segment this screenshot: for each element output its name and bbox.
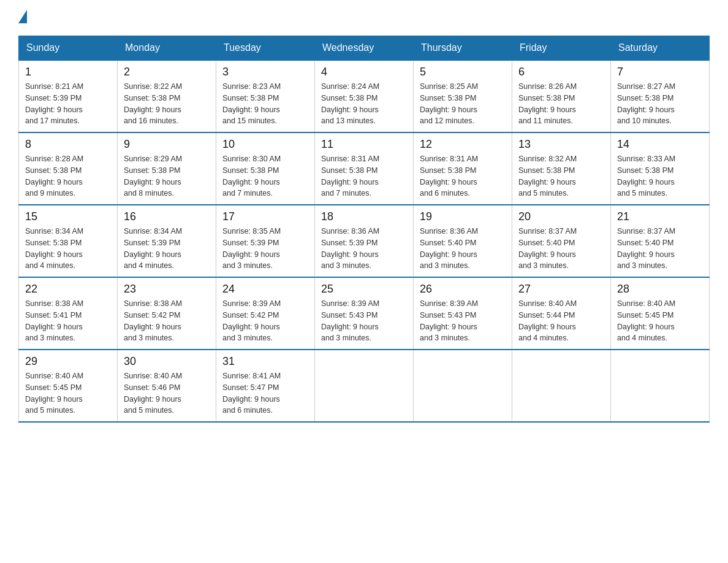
day-info: Sunrise: 8:40 AMSunset: 5:44 PMDaylight:… xyxy=(518,298,604,344)
day-number: 17 xyxy=(222,210,308,223)
weekday-header-saturday: Saturday xyxy=(611,36,710,61)
day-info: Sunrise: 8:35 AMSunset: 5:39 PMDaylight:… xyxy=(222,226,308,272)
day-info: Sunrise: 8:31 AMSunset: 5:38 PMDaylight:… xyxy=(420,153,506,199)
calendar-cell: 7 Sunrise: 8:27 AMSunset: 5:38 PMDayligh… xyxy=(611,60,710,132)
calendar-cell: 22 Sunrise: 8:38 AMSunset: 5:41 PMDaylig… xyxy=(19,277,118,350)
calendar-cell: 25 Sunrise: 8:39 AMSunset: 5:43 PMDaylig… xyxy=(315,277,414,350)
day-info: Sunrise: 8:27 AMSunset: 5:38 PMDaylight:… xyxy=(617,81,703,127)
day-info: Sunrise: 8:39 AMSunset: 5:42 PMDaylight:… xyxy=(222,298,308,344)
day-info: Sunrise: 8:41 AMSunset: 5:47 PMDaylight:… xyxy=(222,370,308,416)
calendar-cell: 1 Sunrise: 8:21 AMSunset: 5:39 PMDayligh… xyxy=(19,60,118,132)
day-info: Sunrise: 8:40 AMSunset: 5:45 PMDaylight:… xyxy=(25,370,111,416)
day-info: Sunrise: 8:40 AMSunset: 5:45 PMDaylight:… xyxy=(617,298,703,344)
calendar-cell: 10 Sunrise: 8:30 AMSunset: 5:38 PMDaylig… xyxy=(216,132,315,205)
weekday-header-friday: Friday xyxy=(512,36,611,61)
calendar-cell xyxy=(414,350,512,422)
calendar-cell: 13 Sunrise: 8:32 AMSunset: 5:38 PMDaylig… xyxy=(512,132,611,205)
calendar-cell: 21 Sunrise: 8:37 AMSunset: 5:40 PMDaylig… xyxy=(611,205,710,277)
calendar-cell: 19 Sunrise: 8:36 AMSunset: 5:40 PMDaylig… xyxy=(414,205,512,277)
day-number: 24 xyxy=(222,283,308,296)
weekday-header-thursday: Thursday xyxy=(414,36,512,61)
calendar-cell: 14 Sunrise: 8:33 AMSunset: 5:38 PMDaylig… xyxy=(611,132,710,205)
calendar-cell: 3 Sunrise: 8:23 AMSunset: 5:38 PMDayligh… xyxy=(216,60,315,132)
calendar-cell: 12 Sunrise: 8:31 AMSunset: 5:38 PMDaylig… xyxy=(414,132,512,205)
day-info: Sunrise: 8:39 AMSunset: 5:43 PMDaylight:… xyxy=(420,298,506,344)
weekday-header-monday: Monday xyxy=(118,36,216,61)
day-info: Sunrise: 8:28 AMSunset: 5:38 PMDaylight:… xyxy=(25,153,111,199)
calendar-cell: 15 Sunrise: 8:34 AMSunset: 5:38 PMDaylig… xyxy=(19,205,118,277)
calendar-cell: 20 Sunrise: 8:37 AMSunset: 5:40 PMDaylig… xyxy=(512,205,611,277)
day-info: Sunrise: 8:22 AMSunset: 5:38 PMDaylight:… xyxy=(124,81,210,127)
calendar-cell: 26 Sunrise: 8:39 AMSunset: 5:43 PMDaylig… xyxy=(414,277,512,350)
day-info: Sunrise: 8:24 AMSunset: 5:38 PMDaylight:… xyxy=(321,81,407,127)
day-number: 27 xyxy=(518,283,604,296)
day-info: Sunrise: 8:36 AMSunset: 5:39 PMDaylight:… xyxy=(321,226,407,272)
calendar-cell: 30 Sunrise: 8:40 AMSunset: 5:46 PMDaylig… xyxy=(118,350,216,422)
day-number: 30 xyxy=(124,355,210,368)
day-info: Sunrise: 8:32 AMSunset: 5:38 PMDaylight:… xyxy=(518,153,604,199)
calendar-cell: 6 Sunrise: 8:26 AMSunset: 5:38 PMDayligh… xyxy=(512,60,611,132)
day-info: Sunrise: 8:36 AMSunset: 5:40 PMDaylight:… xyxy=(420,226,506,272)
day-info: Sunrise: 8:29 AMSunset: 5:38 PMDaylight:… xyxy=(124,153,210,199)
day-info: Sunrise: 8:39 AMSunset: 5:43 PMDaylight:… xyxy=(321,298,407,344)
calendar-week-row: 1 Sunrise: 8:21 AMSunset: 5:39 PMDayligh… xyxy=(19,60,710,132)
day-number: 6 xyxy=(518,66,604,79)
calendar-cell: 17 Sunrise: 8:35 AMSunset: 5:39 PMDaylig… xyxy=(216,205,315,277)
day-number: 21 xyxy=(617,210,703,223)
day-number: 8 xyxy=(25,138,111,151)
day-info: Sunrise: 8:26 AMSunset: 5:38 PMDaylight:… xyxy=(518,81,604,127)
day-number: 25 xyxy=(321,283,407,296)
day-number: 18 xyxy=(321,210,407,223)
weekday-header-sunday: Sunday xyxy=(19,36,118,61)
calendar-cell: 18 Sunrise: 8:36 AMSunset: 5:39 PMDaylig… xyxy=(315,205,414,277)
calendar-cell: 24 Sunrise: 8:39 AMSunset: 5:42 PMDaylig… xyxy=(216,277,315,350)
logo-triangle-icon xyxy=(18,10,27,23)
calendar-cell: 28 Sunrise: 8:40 AMSunset: 5:45 PMDaylig… xyxy=(611,277,710,350)
calendar-cell: 4 Sunrise: 8:24 AMSunset: 5:38 PMDayligh… xyxy=(315,60,414,132)
day-number: 15 xyxy=(25,210,111,223)
day-number: 19 xyxy=(420,210,506,223)
day-info: Sunrise: 8:38 AMSunset: 5:41 PMDaylight:… xyxy=(25,298,111,344)
calendar-cell: 8 Sunrise: 8:28 AMSunset: 5:38 PMDayligh… xyxy=(19,132,118,205)
logo xyxy=(18,12,28,23)
day-info: Sunrise: 8:34 AMSunset: 5:39 PMDaylight:… xyxy=(124,226,210,272)
calendar-cell: 27 Sunrise: 8:40 AMSunset: 5:44 PMDaylig… xyxy=(512,277,611,350)
day-number: 10 xyxy=(222,138,308,151)
day-number: 1 xyxy=(25,66,111,79)
calendar-cell xyxy=(512,350,611,422)
calendar-cell: 2 Sunrise: 8:22 AMSunset: 5:38 PMDayligh… xyxy=(118,60,216,132)
day-number: 26 xyxy=(420,283,506,296)
weekday-header-wednesday: Wednesday xyxy=(315,36,414,61)
day-number: 22 xyxy=(25,283,111,296)
day-number: 9 xyxy=(124,138,210,151)
calendar-cell: 23 Sunrise: 8:38 AMSunset: 5:42 PMDaylig… xyxy=(118,277,216,350)
day-info: Sunrise: 8:21 AMSunset: 5:39 PMDaylight:… xyxy=(25,81,111,127)
calendar-cell xyxy=(315,350,414,422)
day-info: Sunrise: 8:30 AMSunset: 5:38 PMDaylight:… xyxy=(222,153,308,199)
day-info: Sunrise: 8:40 AMSunset: 5:46 PMDaylight:… xyxy=(124,370,210,416)
day-number: 28 xyxy=(617,283,703,296)
day-info: Sunrise: 8:37 AMSunset: 5:40 PMDaylight:… xyxy=(518,226,604,272)
calendar-cell xyxy=(611,350,710,422)
calendar-cell: 16 Sunrise: 8:34 AMSunset: 5:39 PMDaylig… xyxy=(118,205,216,277)
day-info: Sunrise: 8:25 AMSunset: 5:38 PMDaylight:… xyxy=(420,81,506,127)
calendar-cell: 11 Sunrise: 8:31 AMSunset: 5:38 PMDaylig… xyxy=(315,132,414,205)
calendar-cell: 29 Sunrise: 8:40 AMSunset: 5:45 PMDaylig… xyxy=(19,350,118,422)
day-number: 5 xyxy=(420,66,506,79)
day-number: 7 xyxy=(617,66,703,79)
day-number: 23 xyxy=(124,283,210,296)
calendar-week-row: 29 Sunrise: 8:40 AMSunset: 5:45 PMDaylig… xyxy=(19,350,710,422)
page-header xyxy=(18,12,710,23)
calendar-table: SundayMondayTuesdayWednesdayThursdayFrid… xyxy=(18,36,710,423)
day-number: 11 xyxy=(321,138,407,151)
day-number: 20 xyxy=(518,210,604,223)
weekday-header-row: SundayMondayTuesdayWednesdayThursdayFrid… xyxy=(19,36,710,61)
calendar-cell: 5 Sunrise: 8:25 AMSunset: 5:38 PMDayligh… xyxy=(414,60,512,132)
day-info: Sunrise: 8:34 AMSunset: 5:38 PMDaylight:… xyxy=(25,226,111,272)
calendar-week-row: 8 Sunrise: 8:28 AMSunset: 5:38 PMDayligh… xyxy=(19,132,710,205)
calendar-week-row: 22 Sunrise: 8:38 AMSunset: 5:41 PMDaylig… xyxy=(19,277,710,350)
day-number: 3 xyxy=(222,66,308,79)
calendar-week-row: 15 Sunrise: 8:34 AMSunset: 5:38 PMDaylig… xyxy=(19,205,710,277)
day-info: Sunrise: 8:38 AMSunset: 5:42 PMDaylight:… xyxy=(124,298,210,344)
day-info: Sunrise: 8:23 AMSunset: 5:38 PMDaylight:… xyxy=(222,81,308,127)
